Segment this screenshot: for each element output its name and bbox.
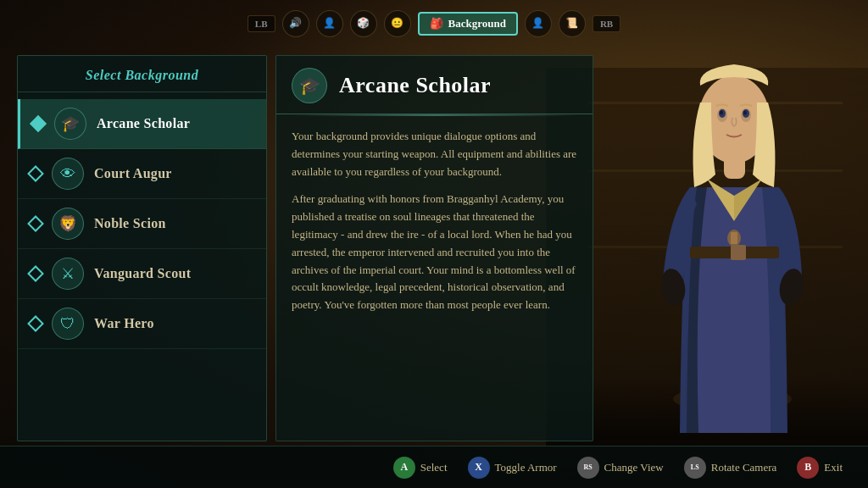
nav-rb-label[interactable]: RB [593, 15, 620, 32]
court-augur-icon: 👁 [52, 158, 84, 190]
a-button-label: A [400, 461, 408, 474]
bottom-action-bar: A Select X Toggle Armor RS Change View L… [0, 446, 868, 488]
arcane-scholar-icon: 🎓 [54, 108, 86, 140]
nav-scroll[interactable]: 📜 [559, 10, 586, 37]
background-tab-label: Background [448, 17, 506, 30]
svg-point-16 [743, 111, 747, 115]
a-button[interactable]: A [393, 457, 415, 479]
court-augur-label: Court Augur [94, 166, 172, 181]
list-item-noble-scion[interactable]: 🦁 Noble Scion [18, 199, 266, 249]
b-button-label: B [804, 461, 811, 474]
ls-button[interactable]: LS [684, 457, 706, 479]
nav-person1[interactable]: 👤 [316, 10, 343, 37]
nav-background-tab[interactable]: 🎒 Background [418, 12, 518, 36]
background-icon: 🎒 [430, 17, 443, 30]
selection-diamond-court [27, 165, 44, 182]
background-list: 🎓 Arcane Scholar 👁 Court Augur 🦁 Noble S… [18, 92, 266, 441]
center-description-body: Your background provides unique dialogue… [276, 116, 593, 441]
noble-scion-icon: 🦁 [52, 208, 84, 240]
toggle-armor-label: Toggle Armor [495, 461, 557, 474]
top-navigation: LB 🔊 👤 🎲 😐 🎒 Background 👤 📜 RB [0, 0, 868, 47]
war-hero-label: War Hero [94, 316, 154, 331]
rs-button-label: RS [583, 463, 592, 471]
change-view-label: Change View [604, 461, 664, 474]
person2-icon: 👤 [531, 17, 544, 30]
dice-icon: 🎲 [357, 17, 370, 30]
rotate-camera-label: Rotate Camera [711, 461, 777, 474]
war-hero-icon: 🛡 [52, 308, 84, 340]
list-item-war-hero[interactable]: 🛡 War Hero [18, 299, 266, 349]
arcane-scholar-label: Arcane Scholar [97, 116, 190, 131]
list-item-court-augur[interactable]: 👁 Court Augur [18, 149, 266, 199]
action-select[interactable]: A Select [393, 457, 448, 479]
ls-button-label: LS [691, 463, 699, 471]
svg-rect-6 [731, 245, 746, 260]
center-panel: 🎓 Arcane Scholar Your background provide… [275, 55, 593, 441]
list-item-arcane-scholar[interactable]: 🎓 Arcane Scholar [18, 99, 266, 149]
selection-diamond-vanguard [27, 265, 44, 282]
vanguard-scout-icon: ⚔ [52, 258, 84, 290]
person1-icon: 👤 [323, 17, 336, 30]
action-rotate-camera[interactable]: LS Rotate Camera [684, 457, 777, 479]
nav-lb-label[interactable]: LB [248, 15, 275, 32]
exit-label: Exit [824, 461, 843, 474]
center-intro-text: Your background provides unique dialogue… [292, 128, 577, 180]
selection-diamond-war [27, 315, 44, 332]
x-button-label: X [475, 461, 482, 474]
select-label: Select [420, 461, 448, 474]
vanguard-scout-label: Vanguard Scout [94, 266, 191, 281]
svg-point-15 [720, 111, 723, 115]
scroll-icon: 📜 [565, 17, 578, 30]
center-background-icon: 🎓 [292, 68, 327, 103]
center-title: Arcane Scholar [339, 73, 491, 98]
rs-button[interactable]: RS [577, 457, 599, 479]
action-exit[interactable]: B Exit [797, 457, 843, 479]
character-figure [605, 47, 860, 441]
selection-diamond-arcane [30, 115, 47, 132]
action-toggle-armor[interactable]: X Toggle Armor [468, 457, 557, 479]
face-icon: 😐 [391, 17, 403, 30]
action-change-view[interactable]: RS Change View [577, 457, 664, 479]
nav-sound[interactable]: 🔊 [282, 10, 309, 37]
b-button[interactable]: B [797, 457, 819, 479]
center-header: 🎓 Arcane Scholar [276, 56, 593, 114]
list-item-vanguard-scout[interactable]: ⚔ Vanguard Scout [18, 249, 266, 299]
left-panel-title: Select Background [18, 56, 266, 92]
selection-diamond-noble [27, 215, 44, 232]
center-lore-text: After graduating with honors from Bragga… [292, 191, 577, 314]
nav-face[interactable]: 😐 [384, 10, 411, 37]
sound-icon: 🔊 [289, 17, 302, 30]
nav-dice[interactable]: 🎲 [350, 10, 377, 37]
noble-scion-label: Noble Scion [94, 216, 166, 231]
svg-rect-18 [731, 232, 737, 244]
left-panel: Select Background 🎓 Arcane Scholar 👁 Cou… [17, 55, 267, 441]
x-button[interactable]: X [468, 457, 490, 479]
character-display-area [602, 47, 868, 441]
nav-person2[interactable]: 👤 [525, 10, 552, 37]
